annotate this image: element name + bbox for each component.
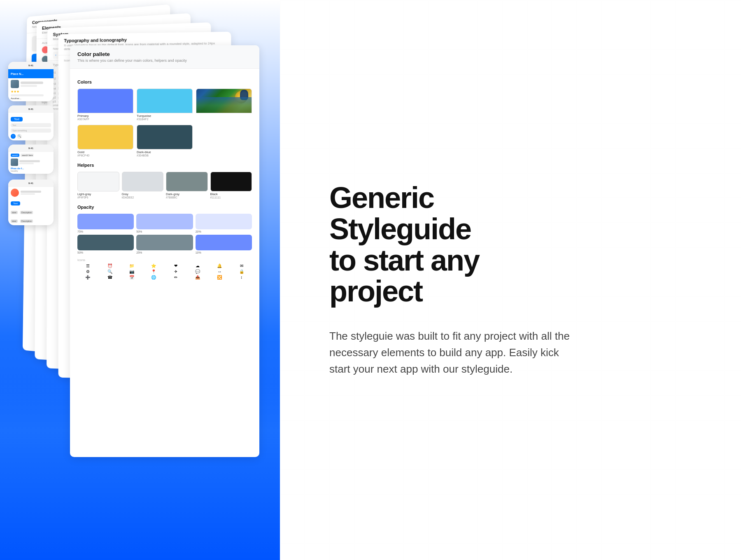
colors-section-label: Colors bbox=[77, 79, 252, 84]
swatch-lightgray-name: Light-gray bbox=[77, 192, 119, 196]
swatch-turquoise-name: Turquoise bbox=[137, 114, 193, 118]
mobile-mockup-profile: 9:41 Text label Description label bbox=[8, 180, 54, 225]
hero-description: The styleguie was built to fit any proje… bbox=[329, 328, 576, 378]
opacity-bar-dark-10: 10% bbox=[196, 235, 252, 254]
color-palette-desc: This is where you can define your main c… bbox=[77, 58, 252, 63]
opacity-label-dark-25: 25% bbox=[136, 251, 193, 254]
opacity-bar-20: 20% bbox=[196, 214, 252, 233]
swatch-gray-hex: #DADEE2 bbox=[122, 196, 164, 199]
opacity-label-dark-10: 10% bbox=[196, 251, 252, 254]
opacity-label-50: 50% bbox=[136, 230, 193, 233]
hero-content: Generic Styleguide to start any project … bbox=[329, 182, 576, 377]
swatch-black: Black #111111 bbox=[210, 172, 252, 199]
right-panel: Generic Styleguide to start any project … bbox=[280, 0, 741, 560]
swatch-darkgray-hex: #7B8B8C bbox=[166, 196, 208, 199]
mobile-mockup-table: 9:41 search search here Phas do f... Cou… bbox=[8, 145, 54, 174]
swatch-gray-name: Gray bbox=[122, 192, 164, 196]
hero-title: Generic Styleguide to start any project bbox=[329, 182, 576, 307]
swatch-gold-hex: #F8CF40 bbox=[77, 154, 133, 157]
mobile-mockups-panel: 9:41 Place N... ★★★ Another... bbox=[0, 62, 66, 225]
swatch-gold: Gold #F8CF40 bbox=[77, 125, 133, 157]
swatch-darkblue-name: Dark-blue bbox=[137, 150, 193, 154]
opacity-section-label: Opacity bbox=[77, 205, 252, 210]
left-panel: Components New items built with the elem… bbox=[0, 0, 280, 560]
swatch-primary-hex: #007AFF bbox=[77, 118, 133, 121]
opacity-label-dark-50: 50% bbox=[77, 251, 134, 254]
swatch-darkgray: Dark-gray #7B8B8C bbox=[166, 172, 208, 199]
swatch-gray: Gray #DADEE2 bbox=[122, 172, 164, 199]
swatch-darkblue-hex: #304B5B bbox=[137, 154, 193, 157]
swatch-lightgray-hex: #F4F5F6 bbox=[77, 196, 119, 199]
swatch-black-name: Black bbox=[210, 192, 252, 196]
opacity-label-20: 20% bbox=[196, 230, 252, 233]
swatch-lightgray: Light-gray #F4F5F6 bbox=[77, 172, 119, 199]
helpers-section-label: Helpers bbox=[77, 163, 252, 168]
swatch-turquoise: Turquoise #31B4F2 bbox=[137, 89, 193, 121]
swatch-turquoise-hex: #31B4F2 bbox=[137, 118, 193, 121]
swatch-primary: Primary #007AFF bbox=[77, 89, 133, 121]
swatch-photo bbox=[196, 89, 252, 121]
swatch-primary-name: Primary bbox=[77, 114, 133, 118]
swatch-darkgray-name: Dark-gray bbox=[166, 192, 208, 196]
opacity-bar-dark-50: 50% bbox=[77, 235, 134, 254]
swatch-darkblue: Dark-blue #304B5B bbox=[137, 125, 193, 157]
color-palette-title: Color pallete bbox=[77, 51, 252, 57]
opacity-bar-75: 75% bbox=[77, 214, 134, 233]
sheet-color-palette: Color pallete This is where you can defi… bbox=[70, 45, 259, 457]
mobile-mockup-list: 9:41 Place N... ★★★ Another... bbox=[8, 62, 54, 101]
swatch-gold-name: Gold bbox=[77, 150, 133, 154]
opacity-bar-dark-25: 25% bbox=[136, 235, 193, 254]
swatch-black-hex: #111111 bbox=[210, 196, 252, 199]
opacity-label-75: 75% bbox=[77, 230, 134, 233]
opacity-bar-50: 50% bbox=[136, 214, 193, 233]
mobile-mockup-inputs: 9:41 Text Text Type something ♡ 🔍 bbox=[8, 105, 54, 140]
